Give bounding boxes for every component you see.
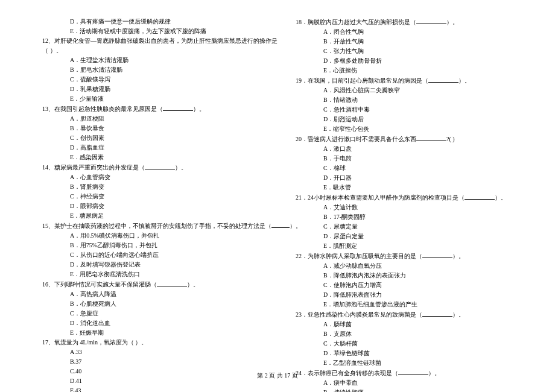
question-15: 15、某护士在抽吸药液的过程中，不慎被掰开的安瓿划伤了手指，不妥的处理方法是（）…	[36, 221, 265, 231]
stem-tail: ?( )	[446, 136, 455, 142]
answer-blank[interactable]	[145, 162, 175, 169]
stem-text: 20．昏迷病人进行漱口时不需要具备什么东西	[296, 136, 416, 142]
option: A．漱口盘	[290, 144, 519, 154]
option: C．硫酸镁导泻	[36, 75, 265, 84]
left-column: D．具有疼痛一便意一便后缓解的规律 E．活动期有轻或中度腹痛，为左下腹或下腹的阵…	[36, 17, 265, 392]
option: E．妊娠早期	[36, 328, 265, 338]
question-23: 23．亚急性感染性心内膜炎最常见的致病菌是（）。	[290, 309, 519, 320]
stem-tail: ）。	[452, 253, 465, 259]
question-20: 20．昏迷病人进行漱口时不需要具备什么东西?( )	[290, 134, 519, 144]
option: E．心脏挫伤	[290, 66, 519, 75]
question-21: 21．24小时尿标本检查需要加入甲醛作为防腐剂的检查项目是（）。	[290, 192, 519, 203]
option: C．张力性气胸	[290, 46, 519, 56]
question-18: 18．胸膜腔内压力超过大气压的胸部损伤是（）。	[290, 17, 519, 27]
question-16: 16、下列哪种情况可实施大量不保留灌肠（）。	[36, 279, 265, 289]
stem-text: 13、在我国引起急性胰腺炎的最常见原因是（	[42, 106, 163, 112]
stem-tail: ）。	[495, 194, 507, 201]
answer-blank[interactable]	[157, 279, 187, 286]
option: B．肥皂水清洁灌肠	[36, 65, 265, 75]
option: A．闭合性气胸	[290, 27, 519, 37]
option: B．开放性气胸	[290, 37, 519, 46]
option: C．急性酒精中毒	[290, 105, 519, 115]
question-12: 12、对肝硬化食管—胃底静脉曲张破裂出血的患者，为防止肝性脑病应禁忌进行的操作是	[36, 36, 265, 46]
answer-blank[interactable]	[428, 75, 458, 83]
stem-text: 22．为肺水肿病人采取加压吸氧的主要目的是（	[296, 253, 422, 259]
option: A．风湿性心脏病二尖瓣狭窄	[290, 86, 519, 95]
answer-blank[interactable]	[422, 251, 452, 258]
stem-tail: ）。	[452, 311, 465, 318]
option: C．大肠杆菌	[290, 339, 519, 349]
option: A．心血管病变	[36, 172, 265, 182]
stem-tail: ）。	[175, 164, 187, 171]
option: C．创伤因素	[36, 133, 265, 143]
option: D．尿蛋白定量	[290, 232, 519, 241]
question-22: 22．为肺水肿病人采取加压吸氧的主要目的是（）。	[290, 251, 519, 261]
stem-text: 23．亚急性感染性心内膜炎最常见的致病菌是（	[296, 311, 422, 318]
option: E．糖尿病足	[36, 211, 265, 221]
option: D．开口器	[290, 173, 519, 183]
option: E．活动期有轻或中度腹痛，为左下腹或下腹的阵痛	[36, 27, 265, 36]
option: C．从伤口的近心端向远心端挤压	[36, 250, 265, 260]
option: D．降低肺泡表面张力	[290, 290, 519, 300]
option: D．及时填写锐器伤登记表	[36, 260, 265, 270]
stem-tail: ）。	[458, 77, 471, 84]
option: B．17-酮类固醇	[290, 212, 519, 222]
option: B．手电筒	[290, 154, 519, 163]
option: D．消化道出血	[36, 318, 265, 328]
option: A．用0.5%碘伏消毒伤口，并包扎	[36, 231, 265, 241]
option: B．用75%乙醇消毒伤口，并包扎	[36, 241, 265, 250]
option: D．具有疼痛一便意一便后缓解的规律	[36, 17, 265, 27]
option: D．草绿色链球菌	[290, 349, 519, 358]
answer-blank[interactable]	[163, 104, 193, 111]
stem-text: 18．胸膜腔内压力超过大气压的胸部损伤是（	[296, 19, 416, 25]
option: B．心肌梗死病人	[36, 299, 265, 309]
answer-blank[interactable]	[271, 221, 290, 228]
option: A．生理盐水清洁灌肠	[36, 55, 265, 65]
option: A．减少动脉血氧分压	[290, 261, 519, 271]
option: C．棉球	[290, 163, 519, 173]
stem-tail: ）。	[446, 19, 458, 25]
option: B．支原体	[290, 329, 519, 339]
stem-text: 19．在我国，目前引起心房颤动最常见的病因是（	[296, 77, 428, 84]
right-column: 18．胸膜腔内压力超过大气压的胸部损伤是（）。 A．闭合性气胸 B．开放性气胸 …	[290, 17, 519, 392]
answer-blank[interactable]	[422, 309, 452, 317]
option: D．眼部病变	[36, 201, 265, 211]
stem-tail: ）。	[193, 106, 205, 112]
option: B.37	[36, 357, 265, 367]
option: C．尿糖定量	[290, 222, 519, 232]
option: E．少量输液	[36, 94, 265, 104]
option: A．高热病人降温	[36, 289, 265, 299]
stem-text: 14、糖尿病最严重而突出的并发症是（	[42, 164, 145, 171]
stem-text: 15、某护士在抽吸药液的过程中，不慎被掰开的安瓿划伤了手指，不妥的处理方法是（	[42, 223, 271, 229]
option: D．剧烈运动后	[290, 115, 519, 124]
option: E．用肥皂水彻底清洗伤口	[36, 270, 265, 279]
option: B．情绪激动	[290, 95, 519, 105]
option: E．乙型溶血性链球菌	[290, 358, 519, 368]
option: D．乳果糖灌肠	[36, 84, 265, 94]
option: B．暴饮暴食	[36, 124, 265, 133]
option: E．吸水管	[290, 183, 519, 192]
question-12-cont: （ ）。	[36, 46, 265, 55]
question-14: 14、糖尿病最严重而突出的并发症是（）。	[36, 162, 265, 172]
answer-blank[interactable]	[416, 17, 446, 24]
option: B．降低肺泡内泡沫的表面张力	[290, 271, 519, 280]
option: C．急腹症	[36, 309, 265, 318]
option: C．使肺泡内压力增高	[290, 280, 519, 290]
question-13: 13、在我国引起急性胰腺炎的最常见原因是（）。	[36, 104, 265, 114]
stem-tail: ）。	[187, 281, 199, 288]
answer-blank[interactable]	[416, 134, 446, 141]
option: B．持续性胸痛	[290, 388, 519, 392]
option: D．多根多处肋骨骨折	[290, 56, 519, 66]
option: E.43	[36, 386, 265, 392]
option: E．肌酐测定	[290, 241, 519, 251]
stem-text: 16、下列哪种情况可实施大量不保留灌肠（	[42, 281, 157, 288]
question-17: 17、氧流量为 4L/min，氧浓度为（ ）。	[36, 338, 265, 347]
page-footer: 第 2 页 共 17 页	[0, 371, 555, 380]
option: A.33	[36, 347, 265, 357]
option: D．高脂血症	[36, 143, 265, 153]
option: C．神经病变	[36, 192, 265, 201]
answer-blank[interactable]	[465, 192, 495, 200]
stem-text: 21．24小时尿标本检查需要加入甲醛作为防腐剂的检查项目是（	[296, 194, 465, 201]
option: A．艾迪计数	[290, 203, 519, 212]
option: E．缩窄性心包炎	[290, 124, 519, 134]
